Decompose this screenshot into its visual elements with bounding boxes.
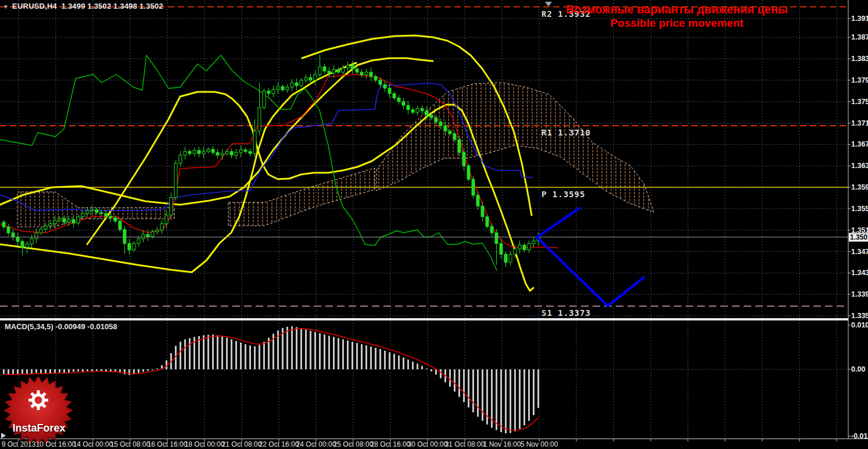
forecast-line-1[interactable] xyxy=(537,208,579,237)
price-axis-label: 1.3755 xyxy=(851,98,868,106)
macd-signal-line xyxy=(4,329,539,430)
logo-text: InstaForex xyxy=(3,422,74,434)
logo-star xyxy=(3,376,73,446)
price-axis-label: 1.3715 xyxy=(851,119,868,127)
grid-layer xyxy=(0,0,848,439)
price-axis-label: 1.3875 xyxy=(851,33,868,41)
macd-layer xyxy=(3,326,539,433)
chart-canvas[interactable] xyxy=(0,0,868,449)
instaforex-logo xyxy=(3,376,73,446)
price-axis-label: 1.3555 xyxy=(851,205,868,213)
ichimoku-cloud-mid xyxy=(228,168,375,226)
chevron-down-icon[interactable]: ▼ xyxy=(3,3,9,10)
quotes-label: 1.3499 1.3502 1.3498 1.3502 xyxy=(62,2,163,10)
object-anchor-icon[interactable] xyxy=(545,2,552,6)
symbol-label: EURUSD,H4 xyxy=(12,2,57,10)
candlestick-layer xyxy=(2,55,540,268)
price-axis-label: 1.3475 xyxy=(851,248,868,256)
annotation-text-ru: Возможные варианты движения цены xyxy=(552,2,802,16)
panel-separator[interactable] xyxy=(0,318,848,320)
macd-axis-label: -0.0165 xyxy=(851,432,868,440)
chart-window: ▼EURUSD,H4 1.3499 1.3502 1.3498 1.3502 В… xyxy=(0,0,868,449)
chart-title: ▼EURUSD,H4 1.3499 1.3502 1.3498 1.3502 xyxy=(3,2,163,10)
price-axis-label: 1.3675 xyxy=(851,140,868,148)
annotation-block: Возможные варианты движения цены Possibl… xyxy=(552,2,802,30)
annotation-text-en: Possible price movement xyxy=(552,16,802,30)
forecast-lines-layer xyxy=(537,208,644,306)
pivot-label-p: P 1.3595 xyxy=(541,190,585,199)
price-axis-label: 1.3355 xyxy=(851,312,868,320)
ichimoku-cloud-layer xyxy=(17,83,654,227)
time-axis-label: 5 Nov 00:00 xyxy=(511,440,567,448)
ichimoku-cloud-left xyxy=(17,192,174,227)
macd-indicator-label: MACD(5,34,5) -0.00949 -0.01058 xyxy=(5,322,117,331)
price-axis-label: 1.3635 xyxy=(851,162,868,170)
price-axis-label: 1.3595 xyxy=(851,183,868,191)
price-axis-label: 1.3910 xyxy=(851,15,868,23)
pivot-label-s1: S1 1.3373 xyxy=(541,308,591,318)
macd-axis-label: 0.0109 xyxy=(851,321,868,329)
bollinger-lower-yellow xyxy=(0,63,356,272)
price-axis-label: 1.3835 xyxy=(851,55,868,63)
pivot-label-r1: R1 1.3710 xyxy=(541,128,591,137)
price-axis-label: 1.3395 xyxy=(851,290,868,298)
current-price-box: 1.3502 xyxy=(849,233,868,241)
macd-axis-label: 0.00 xyxy=(851,365,865,373)
price-axis-label: 1.3795 xyxy=(851,76,868,84)
ichimoku-cloud-right xyxy=(376,83,654,212)
price-axis-label: 1.3435 xyxy=(851,269,868,277)
